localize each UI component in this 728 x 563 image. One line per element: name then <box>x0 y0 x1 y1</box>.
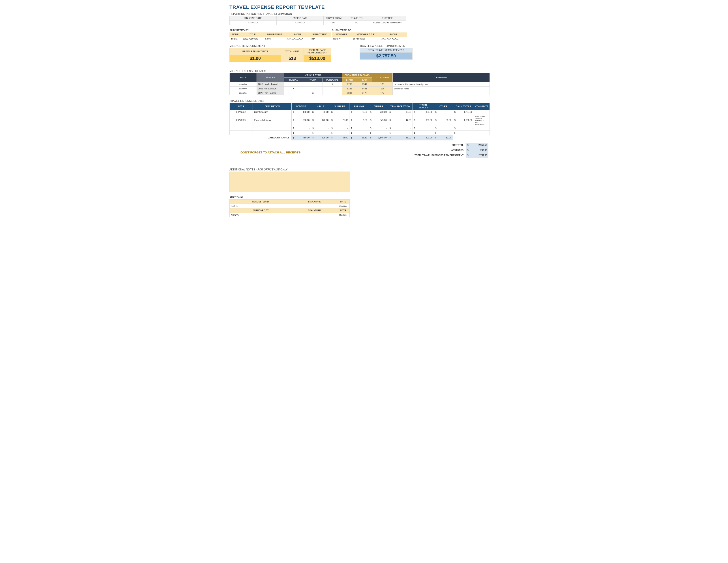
td-cell[interactable]: $120.00 <box>311 114 330 126</box>
md-rental[interactable] <box>284 82 303 86</box>
td-cell[interactable]: $- <box>330 110 349 114</box>
td-cell[interactable]: $300.00 <box>413 114 434 126</box>
md-vehicle[interactable]: 2022 Kia Sportage <box>257 86 284 91</box>
td-cell[interactable]: $- <box>349 126 369 131</box>
sb-name[interactable]: Bert D. <box>229 37 241 41</box>
td-date[interactable]: XX/XX/XX <box>230 114 253 126</box>
divider-2 <box>229 163 499 163</box>
md-rental[interactable] <box>284 91 303 95</box>
td-cell[interactable]: $- <box>369 126 388 131</box>
ap-req-date[interactable]: xx/xx/xx <box>337 204 350 208</box>
td-lodg-h: LODGING <box>292 103 311 110</box>
td-desc[interactable] <box>253 131 291 135</box>
val-end[interactable]: XX/XX/XX <box>277 21 324 25</box>
sb-phone[interactable]: XXX-XXX-XXXX <box>286 37 309 41</box>
td-cell[interactable]: $- <box>388 131 413 135</box>
md-start[interactable]: 9241 <box>342 86 357 91</box>
td-cell[interactable]: $- <box>413 131 434 135</box>
td-cell[interactable]: $50.00 <box>434 114 453 126</box>
md-work[interactable]: X <box>303 91 323 95</box>
td-cell[interactable]: $- <box>388 126 413 131</box>
td-cell[interactable]: $- <box>311 126 330 131</box>
ap-req-name[interactable]: Bert D. <box>230 204 292 208</box>
td-cell[interactable]: $- <box>330 131 349 135</box>
td-cell[interactable]: $85.00 <box>311 110 330 114</box>
td-cell[interactable]: $845.00 <box>369 114 388 126</box>
td-desc[interactable]: Proposal delivery <box>253 114 291 126</box>
sb-title[interactable]: Sales Associate <box>241 37 264 41</box>
td-comments[interactable] <box>474 131 490 135</box>
advances-label: ADVANCES <box>383 148 466 153</box>
td-comments[interactable] <box>474 126 490 131</box>
md-vehicle[interactable]: 2019 Honda Accord <box>257 82 284 86</box>
td-cell[interactable]: $12.00 <box>388 110 413 114</box>
td-cell[interactable]: $- <box>292 126 311 131</box>
td-cell[interactable]: $300.00 <box>413 110 434 114</box>
td-cell[interactable]: $20.00 <box>349 110 369 114</box>
md-work[interactable] <box>303 86 323 91</box>
md-personal[interactable] <box>323 91 342 95</box>
st-mgr[interactable]: Nora W. <box>332 37 351 41</box>
ap-app-date[interactable]: xx/xx/xx <box>337 212 350 217</box>
md-date[interactable]: xx/xx/xx <box>230 86 257 91</box>
td-cell[interactable]: $- <box>434 131 453 135</box>
td-cell[interactable]: $150.00 <box>292 110 311 114</box>
st-phone[interactable]: XXX-XXX-XXXX <box>380 37 407 41</box>
td-cell[interactable]: $- <box>369 131 388 135</box>
td-cell[interactable]: $- <box>292 131 311 135</box>
td-cell[interactable]: $- <box>434 110 453 114</box>
sb-emp[interactable]: 8954 <box>309 37 331 41</box>
td-cell[interactable]: $44.00 <box>388 114 413 126</box>
reporting-table: STARTING DATE ENDING DATE TRAVEL FROM TR… <box>229 16 406 25</box>
td-comments[interactable] <box>474 110 490 114</box>
st-title[interactable]: Sr. Associate <box>351 37 380 41</box>
mr-rate[interactable]: $1.00 <box>230 55 281 62</box>
td-cell[interactable]: $- <box>413 126 434 131</box>
ap-app-name[interactable]: Nora W. <box>230 212 292 217</box>
td-cell[interactable]: $- <box>349 131 369 135</box>
hdr-end: ENDING DATE <box>277 16 324 21</box>
td-cell[interactable]: $25.00 <box>330 114 349 126</box>
val-from[interactable]: PA <box>324 21 344 25</box>
td-date[interactable] <box>230 131 253 135</box>
md-comments[interactable] <box>393 91 490 95</box>
val-to[interactable]: NC <box>344 21 369 25</box>
ap-app-sig[interactable] <box>292 212 337 217</box>
td-rent-h: RENTAL VEHICLE <box>413 103 434 110</box>
td-daily: $1,690.50 <box>453 114 474 126</box>
td-cell[interactable]: $700.00 <box>369 110 388 114</box>
val-start[interactable]: XX/XX/XX <box>230 21 277 25</box>
notes-box[interactable] <box>229 171 350 192</box>
md-end[interactable]: 2128 <box>357 91 372 95</box>
md-end[interactable]: 9448 <box>357 86 372 91</box>
td-comments[interactable]: Copy center supplies, donation to client… <box>474 114 490 126</box>
md-comments[interactable]: JV partners ride share with design team <box>393 82 490 86</box>
md-comments[interactable]: Enterprise Rental <box>393 86 490 91</box>
md-start[interactable]: 8762 <box>342 82 357 86</box>
td-desc[interactable]: Client meeting <box>253 110 291 114</box>
submitted-to-table: MANAGER MANAGER TITLE PHONE Nora W. Sr. … <box>332 32 407 41</box>
advances[interactable]: $200.00 <box>466 148 489 153</box>
md-date[interactable]: xx/xx/xx <box>230 82 257 86</box>
td-date[interactable] <box>230 126 253 131</box>
md-rental[interactable]: X <box>284 86 303 91</box>
ap-req-sig[interactable] <box>292 204 337 208</box>
md-personal[interactable] <box>323 86 342 91</box>
td-desc[interactable] <box>253 126 291 131</box>
val-purpose[interactable]: Quarter 1 owner deliverables <box>369 21 406 25</box>
md-end[interactable]: 8941 <box>357 82 372 86</box>
md-start[interactable]: 2001 <box>342 91 357 95</box>
td-desc-h: DESCRIPTION <box>253 103 291 110</box>
td-date[interactable]: XX/XX/XX <box>230 110 253 114</box>
md-work[interactable] <box>303 82 323 86</box>
td-cell[interactable]: $300.00 <box>292 114 311 126</box>
td-cell[interactable]: $- <box>434 126 453 131</box>
md-vehicle[interactable]: 2020 Ford Ranger <box>257 91 284 95</box>
md-date[interactable]: xx/xx/xx <box>230 91 257 95</box>
td-cell[interactable]: $- <box>330 126 349 131</box>
md-personal[interactable]: X <box>323 82 342 86</box>
td-trans-h: TRANSPORTATION <box>388 103 413 110</box>
sb-dept[interactable]: Sales <box>264 37 286 41</box>
td-cell[interactable]: $6.50 <box>349 114 369 126</box>
td-cell[interactable]: $- <box>311 131 330 135</box>
